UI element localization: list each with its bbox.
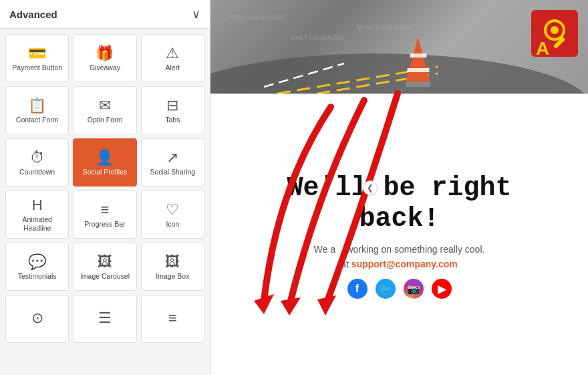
youtube-icon[interactable]: ▶ (432, 279, 452, 299)
sub-text: We are working on something really cool. (314, 244, 485, 255)
watermark-1: WATERMARK (231, 13, 285, 21)
watermark-2: WATERMARK (291, 33, 345, 41)
svg-marker-13 (254, 294, 274, 314)
contact-text: at support@company.com (341, 259, 457, 269)
widget-item-contact-form[interactable]: 📋Contact Form (5, 86, 69, 134)
social-profiles-label: Social Profiles (83, 168, 128, 176)
optin-form-label: Optin Form (88, 116, 123, 124)
widget-item-optin-form[interactable]: ✉Optin Form (73, 86, 136, 134)
sub-text-working: We are working on something really cool. (314, 244, 485, 255)
contact-form-icon: 📋 (28, 98, 46, 113)
widget-item-w17[interactable]: ☰ (73, 295, 136, 343)
tabs-label: Tabs (165, 116, 180, 124)
widget-item-image-carousel[interactable]: 🖼Image Carousel (73, 243, 136, 291)
payment-button-icon: 💳 (28, 46, 46, 61)
main-title-line1: We'll be right (287, 173, 511, 203)
widget-item-giveaway[interactable]: 🎁Giveaway (73, 34, 136, 82)
image-carousel-icon: 🖼 (98, 255, 112, 269)
testimonials-icon: 💬 (28, 255, 46, 269)
w17-icon: ☰ (98, 311, 112, 326)
widget-item-animated-headline[interactable]: HAnimated Headline (5, 191, 69, 239)
widget-item-image-box[interactable]: 🖼Image Box (141, 243, 204, 291)
widget-item-social-profiles[interactable]: 👤Social Profiles (73, 138, 136, 186)
road-background: A WATERMARK WATERMARK WATERMARK (210, 0, 588, 94)
svg-text:A: A (536, 38, 549, 59)
social-sharing-label: Social Sharing (150, 168, 195, 176)
icon-label: Icon (166, 220, 179, 229)
svg-point-10 (551, 26, 559, 34)
giveaway-icon: 🎁 (96, 46, 114, 61)
main-title: We'll be right back! (287, 173, 511, 235)
tabs-icon: ⊟ (166, 98, 178, 113)
social-profiles-icon: 👤 (96, 150, 114, 165)
right-panel: A WATERMARK WATERMARK WATERMARK We'll be… (210, 0, 588, 375)
payment-button-label: Payment Button (12, 64, 62, 72)
optin-form-icon: ✉ (99, 98, 111, 113)
svg-rect-5 (406, 82, 430, 87)
icon-icon: ♡ (166, 203, 179, 217)
watermark-3: WATERMARK (357, 23, 412, 31)
progress-bar-label: Progress Bar (84, 220, 125, 229)
widget-grid: 💳Payment Button🎁Giveaway⚠Alert📋Contact F… (0, 29, 210, 348)
countdown-icon: ⏱ (30, 150, 45, 165)
panel-title: Advanced (9, 9, 57, 20)
widget-item-progress-bar[interactable]: ≡Progress Bar (73, 191, 136, 239)
widget-item-w16[interactable]: ⊙ (5, 295, 69, 343)
widget-item-alert[interactable]: ⚠Alert (141, 34, 204, 82)
widget-item-tabs[interactable]: ⊟Tabs (141, 86, 204, 134)
w18-icon: ≡ (168, 311, 177, 326)
alert-label: Alert (166, 64, 180, 72)
giveaway-label: Giveaway (90, 64, 120, 72)
svg-marker-14 (281, 297, 301, 316)
social-sharing-icon: ↗ (166, 150, 178, 165)
construction-image: A WATERMARK WATERMARK WATERMARK (210, 0, 588, 94)
panel-collapse-button[interactable]: ∨ (192, 7, 200, 21)
svg-marker-4 (406, 37, 430, 82)
widget-item-social-sharing[interactable]: ↗Social Sharing (141, 138, 204, 186)
traffic-cone-icon (400, 33, 436, 87)
main-title-line2: back! (359, 204, 439, 234)
countdown-label: Countdown (19, 168, 55, 176)
widget-item-payment-button[interactable]: 💳Payment Button (5, 34, 69, 82)
panel-toggle-button[interactable]: ❮ (363, 180, 378, 195)
instagram-icon[interactable]: 📷 (404, 279, 424, 299)
widget-item-testimonials[interactable]: 💬Testimonials (5, 243, 69, 291)
widget-item-w18[interactable]: ≡ (141, 295, 204, 343)
testimonials-label: Testimonials (18, 272, 57, 281)
contact-prefix: at (341, 259, 351, 269)
svg-rect-7 (407, 68, 429, 72)
w16-icon: ⊙ (31, 311, 43, 326)
left-panel: Advanced ∨ 💳Payment Button🎁Giveaway⚠Aler… (0, 0, 210, 375)
animated-headline-label: Animated Headline (9, 215, 65, 232)
image-carousel-label: Image Carousel (80, 272, 130, 281)
preview-area: A WATERMARK WATERMARK WATERMARK We'll be… (210, 0, 588, 375)
alert-icon: ⚠ (166, 46, 179, 61)
svg-rect-6 (410, 53, 426, 57)
gear-logo: A (528, 7, 581, 66)
animated-headline-icon: H (32, 198, 43, 213)
twitter-icon[interactable]: 🐦 (376, 279, 396, 299)
social-icons: f 🐦 📷 ▶ (347, 279, 452, 299)
facebook-icon[interactable]: f (347, 279, 368, 299)
progress-bar-icon: ≡ (101, 203, 110, 217)
image-box-icon: 🖼 (165, 255, 180, 269)
panel-header: Advanced ∨ (0, 0, 210, 29)
widget-item-countdown[interactable]: ⏱Countdown (5, 138, 69, 186)
maintenance-content: We'll be right back! We are working on s… (273, 173, 525, 299)
widget-item-icon[interactable]: ♡Icon (141, 191, 204, 239)
image-box-label: Image Box (156, 272, 189, 281)
contact-email[interactable]: support@company.com (351, 259, 458, 269)
contact-form-label: Contact Form (16, 116, 59, 124)
